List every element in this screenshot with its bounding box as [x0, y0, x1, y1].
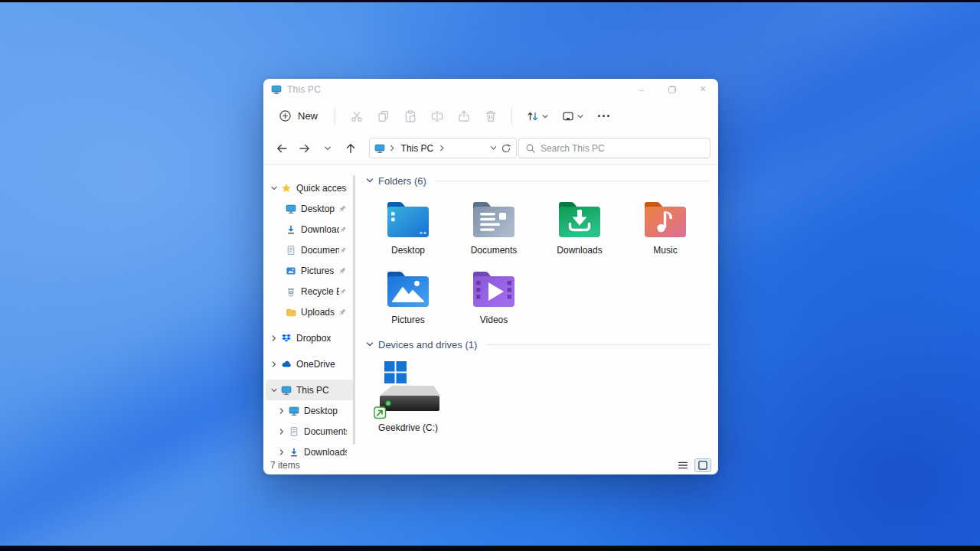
- paste-button[interactable]: [398, 104, 422, 128]
- command-toolbar: New: [263, 99, 718, 132]
- address-bar[interactable]: This PC: [369, 138, 517, 158]
- forward-button[interactable]: [294, 138, 315, 159]
- this-pc-icon: [374, 143, 385, 154]
- address-dropdown-icon[interactable]: [489, 144, 498, 152]
- recent-locations-button[interactable]: [317, 138, 338, 159]
- sidebar-item-this-pc-documents[interactable]: Documents: [266, 421, 353, 442]
- sidebar-item-dropbox[interactable]: Dropbox: [266, 328, 353, 348]
- folder-desktop[interactable]: Desktop: [365, 192, 451, 262]
- folder-documents[interactable]: Documents: [451, 192, 537, 262]
- devices-section-header[interactable]: Devices and drives (1): [365, 336, 714, 353]
- cut-button[interactable]: [345, 104, 368, 128]
- search-input[interactable]: [541, 143, 704, 154]
- folders-section-title: Folders (6): [378, 175, 426, 187]
- up-button[interactable]: [340, 138, 361, 159]
- view-button[interactable]: [557, 104, 589, 128]
- rename-button[interactable]: [425, 104, 449, 128]
- items-view: Folders (6) Des: [355, 165, 718, 457]
- sidebar-scrollbar[interactable]: [353, 175, 355, 445]
- sidebar-item-downloads[interactable]: Downloads: [266, 219, 353, 240]
- explorer-body: Quick access Desktop D: [263, 165, 718, 457]
- folder-pictures[interactable]: Pictures: [365, 262, 451, 331]
- copy-button[interactable]: [371, 104, 395, 128]
- chevron-down-icon[interactable]: [270, 184, 278, 192]
- pin-icon[interactable]: [338, 266, 347, 276]
- sidebar-item-this-pc-desktop[interactable]: Desktop: [266, 400, 353, 421]
- folder-videos[interactable]: Videos: [451, 262, 537, 331]
- downloads-folder-icon: [555, 197, 604, 241]
- desktop-folder-icon: [384, 197, 433, 241]
- folder-downloads[interactable]: Downloads: [537, 192, 622, 262]
- see-more-button[interactable]: [592, 104, 616, 128]
- pin-icon[interactable]: [339, 225, 347, 234]
- chevron-right-icon[interactable]: [278, 428, 286, 435]
- folders-section-header[interactable]: Folders (6): [365, 172, 714, 189]
- breadcrumb-chevron-icon: [388, 144, 397, 152]
- details-view-button[interactable]: [675, 458, 691, 472]
- navigation-pane: Quick access Desktop D: [263, 165, 355, 457]
- chevron-right-icon[interactable]: [270, 360, 278, 368]
- star-icon: [281, 183, 292, 194]
- sidebar-item-uploads[interactable]: Uploads: [266, 302, 353, 322]
- sidebar-item-pictures[interactable]: Pictures: [266, 260, 353, 281]
- section-chevron-icon[interactable]: [365, 176, 374, 185]
- section-chevron-icon[interactable]: [365, 340, 374, 349]
- sidebar-item-desktop[interactable]: Desktop: [266, 198, 353, 219]
- folder-label: Videos: [480, 315, 508, 325]
- dropbox-icon: [281, 333, 292, 344]
- large-icons-view-icon: [697, 459, 709, 471]
- refresh-icon[interactable]: [501, 143, 511, 154]
- pictures-folder-icon: [384, 266, 433, 311]
- document-icon: [289, 426, 299, 437]
- sidebar-item-this-pc[interactable]: This PC: [266, 380, 353, 400]
- back-button[interactable]: [271, 138, 292, 159]
- folder-music[interactable]: Music: [622, 192, 708, 262]
- sidebar-item-quick-access[interactable]: Quick access: [266, 178, 353, 198]
- section-divider: [436, 181, 710, 181]
- pin-icon[interactable]: [339, 246, 347, 255]
- pin-icon[interactable]: [338, 308, 347, 317]
- window-title: This PC: [287, 84, 321, 95]
- sort-button[interactable]: [521, 104, 554, 128]
- restore-icon: [668, 86, 676, 93]
- new-button[interactable]: New: [271, 105, 325, 127]
- document-icon: [286, 245, 296, 256]
- sidebar-item-onedrive[interactable]: OneDrive: [266, 354, 353, 374]
- large-icons-view-button[interactable]: [694, 458, 711, 472]
- drive-label: Geekdrive (C:): [378, 422, 438, 433]
- delete-button[interactable]: [479, 104, 502, 128]
- sidebar-item-this-pc-downloads[interactable]: Downloads: [266, 442, 353, 457]
- chevron-down-icon: [323, 144, 332, 153]
- pin-icon[interactable]: [339, 287, 347, 296]
- download-icon: [289, 447, 299, 458]
- minimize-button[interactable]: –: [626, 79, 657, 99]
- sidebar-item-label: Documents: [304, 426, 347, 437]
- share-button[interactable]: [452, 104, 475, 128]
- copy-icon: [377, 109, 390, 123]
- chevron-right-icon[interactable]: [278, 407, 286, 415]
- sidebar-item-label: Desktop: [304, 406, 338, 416]
- items-count: 7 items: [270, 460, 300, 471]
- sidebar-item-label: This PC: [296, 385, 329, 396]
- search-box[interactable]: [518, 138, 710, 158]
- maximize-button[interactable]: [657, 79, 688, 99]
- rename-icon: [430, 109, 444, 123]
- breadcrumb-this-pc[interactable]: This PC: [400, 143, 436, 154]
- sidebar-item-recycle-bin[interactable]: Recycle Bin: [266, 281, 353, 302]
- pin-icon[interactable]: [338, 204, 347, 214]
- see-more-icon: [598, 115, 609, 117]
- title-bar: This PC – ✕: [263, 79, 718, 99]
- folder-label: Music: [653, 245, 677, 256]
- drive-c[interactable]: Geekdrive (C:): [365, 356, 451, 439]
- sidebar-item-documents[interactable]: Documents: [266, 240, 353, 260]
- chevron-down-icon[interactable]: [270, 386, 278, 394]
- chevron-right-icon[interactable]: [278, 448, 286, 456]
- chevron-right-icon[interactable]: [270, 334, 278, 342]
- onedrive-cloud-icon: [281, 359, 292, 370]
- this-pc-window-icon: [271, 84, 282, 95]
- delete-icon: [484, 109, 498, 123]
- sidebar-item-label: Desktop: [301, 204, 335, 214]
- sidebar-item-label: OneDrive: [296, 359, 335, 370]
- close-icon: ✕: [699, 84, 706, 94]
- close-button[interactable]: ✕: [688, 79, 718, 99]
